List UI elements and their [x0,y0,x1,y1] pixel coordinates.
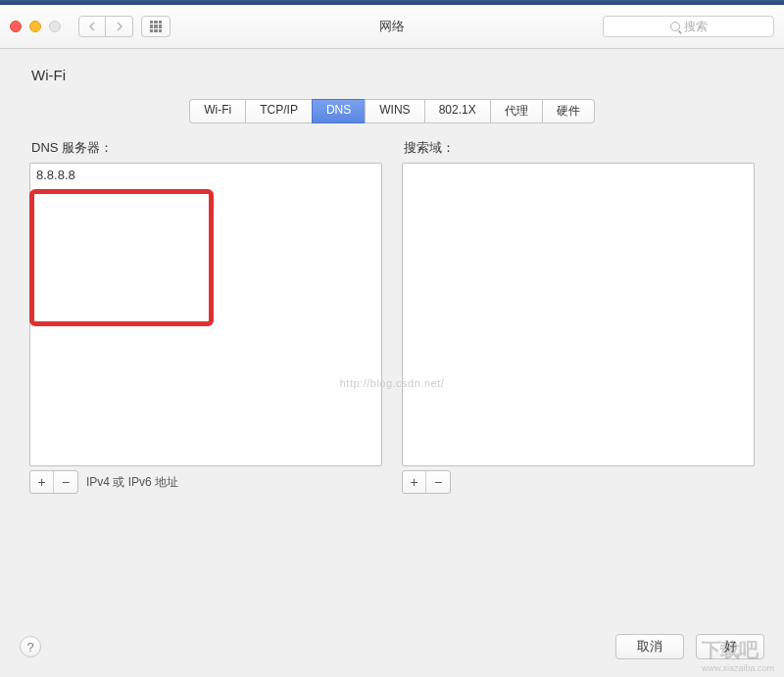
chevron-left-icon [88,22,96,31]
tab-dns[interactable]: DNS [312,99,365,123]
dns-add-button[interactable]: + [30,471,54,493]
footer-buttons: 取消 好 [615,634,764,659]
search-domain-add-button[interactable]: + [403,471,426,493]
tab-wifi[interactable]: Wi-Fi [189,99,245,123]
window-title: 网络 [379,18,405,35]
search-icon [670,22,680,31]
show-all-button[interactable] [141,16,171,37]
forward-button[interactable] [106,16,133,37]
site-watermark-sub: www.xiazaiba.com [702,663,774,673]
minimize-window-button[interactable] [29,21,41,32]
dns-columns: DNS 服务器： 8.8.8.8 + − IPv4 或 IPv6 地址 搜索域：… [20,139,764,494]
tab-8021x[interactable]: 802.1X [424,99,490,123]
search-placeholder: 搜索 [684,19,708,35]
tab-wins[interactable]: WINS [365,99,423,123]
content-area: Wi-Fi Wi-Fi TCP/IP DNS WINS 802.1X 代理 硬件… [0,49,784,677]
help-button[interactable]: ? [20,636,41,657]
dns-servers-column: DNS 服务器： 8.8.8.8 + − IPv4 或 IPv6 地址 [29,139,382,494]
search-domains-label: 搜索域： [402,139,755,157]
cancel-button[interactable]: 取消 [615,634,684,659]
dns-server-entry[interactable]: 8.8.8.8 [36,168,375,182]
tab-hardware[interactable]: 硬件 [542,99,595,123]
ok-button[interactable]: 好 [696,634,764,659]
tab-tcpip[interactable]: TCP/IP [245,99,312,123]
dns-add-remove-group: + − [29,470,78,494]
dns-remove-button[interactable]: − [54,471,77,493]
maximize-window-button[interactable] [49,21,61,32]
search-domains-column: 搜索域： + − [402,139,755,494]
connection-label: Wi-Fi [31,67,66,83]
dns-hint: IPv4 或 IPv6 地址 [86,474,178,491]
connection-header: Wi-Fi [20,67,764,83]
dns-servers-list[interactable]: 8.8.8.8 [29,163,382,466]
tab-proxy[interactable]: 代理 [490,99,542,123]
tab-bar: Wi-Fi TCP/IP DNS WINS 802.1X 代理 硬件 [20,99,764,123]
search-domains-list[interactable] [402,163,755,466]
toolbar: 网络 搜索 [0,5,784,49]
footer: ? 取消 好 [20,634,764,659]
chevron-right-icon [116,22,123,31]
window-controls [10,21,61,32]
back-button[interactable] [78,16,106,37]
search-domains-add-remove-group: + − [402,470,451,494]
dns-list-controls: + − IPv4 或 IPv6 地址 [29,470,382,494]
nav-buttons [78,16,133,37]
dns-servers-label: DNS 服务器： [29,139,382,157]
search-input[interactable]: 搜索 [603,16,774,37]
search-domain-remove-button[interactable]: − [426,471,450,493]
grid-icon [150,21,162,32]
search-domains-controls: + − [402,470,755,494]
close-window-button[interactable] [10,21,22,32]
